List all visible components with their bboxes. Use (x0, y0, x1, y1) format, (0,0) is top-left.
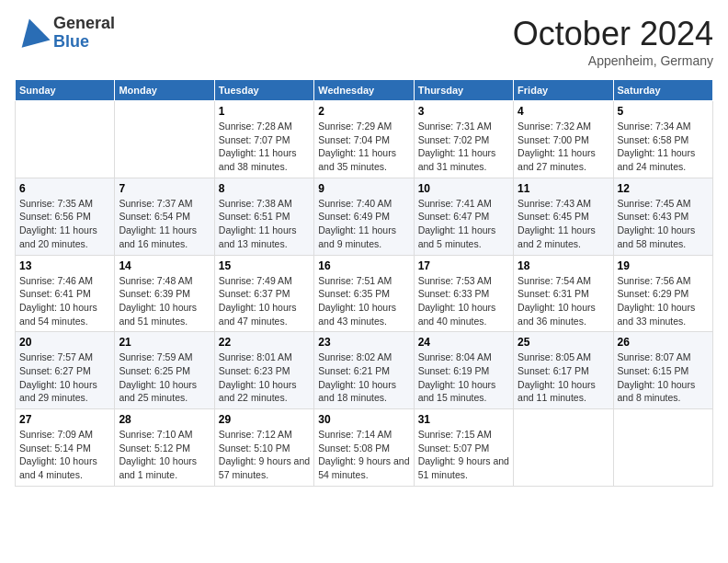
day-info: Sunrise: 7:15 AMSunset: 5:07 PMDaylight:… (418, 428, 509, 482)
calendar-cell (115, 101, 214, 178)
calendar-cell: 22Sunrise: 8:01 AMSunset: 6:23 PMDayligh… (214, 332, 313, 409)
day-info: Sunrise: 7:31 AMSunset: 7:02 PMDaylight:… (418, 120, 509, 174)
day-number: 25 (518, 336, 609, 349)
weekday-header: Saturday (613, 80, 712, 101)
day-number: 30 (318, 413, 409, 426)
calendar-cell: 2Sunrise: 7:29 AMSunset: 7:04 PMDaylight… (314, 101, 414, 178)
calendar-cell: 14Sunrise: 7:48 AMSunset: 6:39 PMDayligh… (115, 255, 214, 332)
weekday-header-row: SundayMondayTuesdayWednesdayThursdayFrid… (16, 80, 713, 101)
day-info: Sunrise: 7:51 AMSunset: 6:35 PMDaylight:… (318, 274, 409, 328)
weekday-header: Thursday (414, 80, 513, 101)
calendar-cell: 27Sunrise: 7:09 AMSunset: 5:14 PMDayligh… (16, 409, 115, 487)
calendar-cell (514, 409, 613, 487)
day-info: Sunrise: 8:05 AMSunset: 6:17 PMDaylight:… (518, 350, 609, 405)
calendar-week-row: 13Sunrise: 7:46 AMSunset: 6:41 PMDayligh… (16, 255, 713, 332)
calendar-cell: 8Sunrise: 7:38 AMSunset: 6:51 PMDaylight… (214, 178, 313, 255)
day-number: 13 (19, 259, 110, 272)
weekday-header: Wednesday (314, 80, 414, 101)
location: Appenheim, Germany (513, 53, 713, 68)
day-number: 28 (119, 413, 210, 426)
calendar-week-row: 27Sunrise: 7:09 AMSunset: 5:14 PMDayligh… (16, 409, 713, 487)
day-info: Sunrise: 7:57 AMSunset: 6:27 PMDaylight:… (19, 350, 110, 405)
calendar-cell: 9Sunrise: 7:40 AMSunset: 6:49 PMDaylight… (314, 178, 414, 255)
day-info: Sunrise: 8:02 AMSunset: 6:21 PMDaylight:… (318, 350, 409, 405)
day-info: Sunrise: 8:01 AMSunset: 6:23 PMDaylight:… (219, 350, 310, 405)
calendar-cell: 30Sunrise: 7:14 AMSunset: 5:08 PMDayligh… (314, 409, 414, 487)
logo: General Blue (15, 15, 115, 52)
day-number: 9 (318, 182, 409, 195)
calendar-cell: 25Sunrise: 8:05 AMSunset: 6:17 PMDayligh… (514, 332, 613, 409)
day-number: 19 (618, 259, 709, 272)
day-number: 18 (518, 259, 609, 272)
logo-icon (15, 15, 51, 52)
day-info: Sunrise: 7:54 AMSunset: 6:31 PMDaylight:… (518, 274, 609, 328)
day-number: 29 (219, 413, 310, 426)
day-info: Sunrise: 7:28 AMSunset: 7:07 PMDaylight:… (219, 120, 310, 174)
calendar-cell: 26Sunrise: 8:07 AMSunset: 6:15 PMDayligh… (613, 332, 712, 409)
calendar-week-row: 1Sunrise: 7:28 AMSunset: 7:07 PMDaylight… (16, 101, 713, 178)
day-number: 17 (418, 259, 509, 272)
day-number: 31 (418, 413, 509, 426)
calendar-cell: 24Sunrise: 8:04 AMSunset: 6:19 PMDayligh… (414, 332, 513, 409)
calendar-cell: 13Sunrise: 7:46 AMSunset: 6:41 PMDayligh… (16, 255, 115, 332)
day-number: 16 (318, 259, 409, 272)
day-number: 1 (219, 105, 310, 118)
day-info: Sunrise: 7:10 AMSunset: 5:12 PMDaylight:… (119, 428, 210, 482)
calendar-cell: 23Sunrise: 8:02 AMSunset: 6:21 PMDayligh… (314, 332, 414, 409)
page-header: General Blue October 2024 Appenheim, Ger… (15, 15, 713, 68)
day-number: 14 (119, 259, 210, 272)
calendar-cell: 16Sunrise: 7:51 AMSunset: 6:35 PMDayligh… (314, 255, 414, 332)
calendar-cell: 21Sunrise: 7:59 AMSunset: 6:25 PMDayligh… (115, 332, 214, 409)
calendar-week-row: 20Sunrise: 7:57 AMSunset: 6:27 PMDayligh… (16, 332, 713, 409)
calendar-cell: 29Sunrise: 7:12 AMSunset: 5:10 PMDayligh… (214, 409, 313, 487)
calendar-cell: 6Sunrise: 7:35 AMSunset: 6:56 PMDaylight… (16, 178, 115, 255)
calendar-cell: 10Sunrise: 7:41 AMSunset: 6:47 PMDayligh… (414, 178, 513, 255)
logo-text: General Blue (53, 15, 115, 52)
calendar-cell: 19Sunrise: 7:56 AMSunset: 6:29 PMDayligh… (613, 255, 712, 332)
day-info: Sunrise: 7:43 AMSunset: 6:45 PMDaylight:… (518, 197, 609, 251)
day-info: Sunrise: 7:49 AMSunset: 6:37 PMDaylight:… (219, 274, 310, 328)
day-info: Sunrise: 7:53 AMSunset: 6:33 PMDaylight:… (418, 274, 509, 328)
calendar-cell: 15Sunrise: 7:49 AMSunset: 6:37 PMDayligh… (214, 255, 313, 332)
calendar-cell: 18Sunrise: 7:54 AMSunset: 6:31 PMDayligh… (514, 255, 613, 332)
day-info: Sunrise: 7:56 AMSunset: 6:29 PMDaylight:… (618, 274, 709, 328)
day-number: 6 (19, 182, 110, 195)
calendar-cell (613, 409, 712, 487)
title-block: October 2024 Appenheim, Germany (513, 15, 713, 68)
calendar-cell: 7Sunrise: 7:37 AMSunset: 6:54 PMDaylight… (115, 178, 214, 255)
day-info: Sunrise: 7:09 AMSunset: 5:14 PMDaylight:… (19, 428, 110, 482)
calendar-cell: 28Sunrise: 7:10 AMSunset: 5:12 PMDayligh… (115, 409, 214, 487)
day-number: 2 (318, 105, 409, 118)
day-number: 21 (119, 336, 210, 349)
day-info: Sunrise: 7:12 AMSunset: 5:10 PMDaylight:… (219, 428, 310, 482)
day-info: Sunrise: 7:35 AMSunset: 6:56 PMDaylight:… (19, 197, 110, 251)
day-number: 24 (418, 336, 509, 349)
day-info: Sunrise: 7:59 AMSunset: 6:25 PMDaylight:… (119, 350, 210, 405)
day-info: Sunrise: 7:38 AMSunset: 6:51 PMDaylight:… (219, 197, 310, 251)
calendar-cell: 4Sunrise: 7:32 AMSunset: 7:00 PMDaylight… (514, 101, 613, 178)
day-number: 23 (318, 336, 409, 349)
day-number: 22 (219, 336, 310, 349)
calendar-cell: 12Sunrise: 7:45 AMSunset: 6:43 PMDayligh… (613, 178, 712, 255)
calendar-cell: 5Sunrise: 7:34 AMSunset: 6:58 PMDaylight… (613, 101, 712, 178)
calendar-cell (16, 101, 115, 178)
day-number: 26 (618, 336, 709, 349)
weekday-header: Monday (115, 80, 214, 101)
logo-general: General (53, 15, 115, 33)
day-number: 8 (219, 182, 310, 195)
day-number: 12 (618, 182, 709, 195)
day-info: Sunrise: 7:34 AMSunset: 6:58 PMDaylight:… (618, 120, 709, 174)
day-info: Sunrise: 7:48 AMSunset: 6:39 PMDaylight:… (119, 274, 210, 328)
day-number: 5 (618, 105, 709, 118)
day-info: Sunrise: 8:04 AMSunset: 6:19 PMDaylight:… (418, 350, 509, 405)
day-info: Sunrise: 7:29 AMSunset: 7:04 PMDaylight:… (318, 120, 409, 174)
svg-marker-0 (15, 15, 50, 47)
day-info: Sunrise: 7:40 AMSunset: 6:49 PMDaylight:… (318, 197, 409, 251)
day-number: 3 (418, 105, 509, 118)
calendar-week-row: 6Sunrise: 7:35 AMSunset: 6:56 PMDaylight… (16, 178, 713, 255)
calendar-table: SundayMondayTuesdayWednesdayThursdayFrid… (15, 79, 713, 487)
day-number: 15 (219, 259, 310, 272)
day-info: Sunrise: 7:45 AMSunset: 6:43 PMDaylight:… (618, 197, 709, 251)
day-number: 10 (418, 182, 509, 195)
day-info: Sunrise: 8:07 AMSunset: 6:15 PMDaylight:… (618, 350, 709, 405)
